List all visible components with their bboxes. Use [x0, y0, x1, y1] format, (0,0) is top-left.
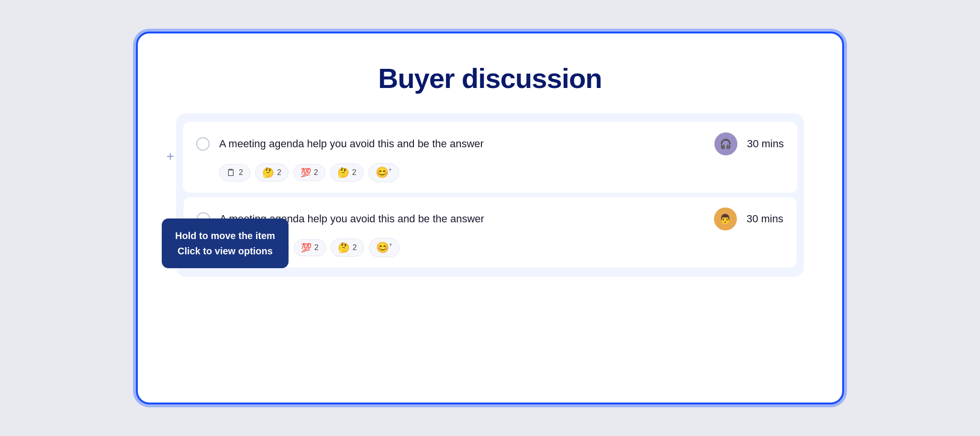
reaction-hundred-1[interactable]: 💯 2 — [293, 164, 325, 181]
add-reaction-icon-1: 😊+ — [376, 166, 392, 179]
reaction-think2-2[interactable]: 🤔 2 — [331, 239, 364, 257]
item-2-reactions: 🗒 2 🤔 2 💯 2 🤔 2 😊+ — [220, 238, 783, 257]
item-1-checkbox[interactable] — [196, 137, 210, 151]
think-emoji-1: 🤔 — [262, 167, 274, 178]
item-2-duration: 30 mins — [746, 213, 783, 225]
page-title: Buyer discussion — [176, 62, 804, 94]
tooltip-line-1: Hold to move the item — [175, 228, 275, 243]
add-item-button[interactable]: + — [162, 148, 179, 165]
copy-emoji-1: 🗒 — [226, 167, 236, 178]
discussion-container: + ↖ ⋔ Hold to move the item Click to vie… — [176, 113, 804, 277]
tooltip-line-2: Click to view options — [175, 243, 275, 259]
add-reaction-2[interactable]: 😊+ — [369, 238, 400, 257]
hundred-emoji-2: 💯 — [301, 242, 312, 253]
reaction-hundred-2[interactable]: 💯 2 — [294, 239, 326, 256]
item-2-text: A meeting agenda help you avoid this and… — [220, 213, 704, 225]
think2-count-1: 2 — [352, 168, 356, 177]
add-reaction-icon-2: 😊+ — [376, 241, 392, 254]
discussion-item-1: A meeting agenda help you avoid this and… — [183, 122, 797, 193]
hundred-emoji-1: 💯 — [301, 167, 311, 178]
think2-count-2: 2 — [353, 243, 357, 252]
reaction-think-1[interactable]: 🤔 2 — [255, 164, 289, 182]
drag-tooltip: Hold to move the item Click to view opti… — [162, 218, 289, 268]
main-frame: Buyer discussion + ↖ ⋔ Hold to move the … — [136, 32, 844, 404]
hundred-count-2: 2 — [314, 243, 319, 252]
item-1-text: A meeting agenda help you avoid this and… — [219, 138, 705, 150]
add-reaction-1[interactable]: 😊+ — [368, 163, 399, 182]
think2-emoji-2: 🤔 — [338, 242, 350, 253]
item-1-avatar: 🎧 — [714, 132, 737, 155]
think2-emoji-1: 🤔 — [337, 167, 349, 178]
item-1-reactions: 🗒 2 🤔 2 💯 2 🤔 2 😊+ — [219, 163, 784, 182]
reaction-think2-1[interactable]: 🤔 2 — [330, 164, 364, 182]
copy-count-1: 2 — [239, 168, 243, 177]
think-count-1: 2 — [277, 168, 281, 177]
item-1-duration: 30 mins — [747, 138, 784, 150]
item-2-avatar: 👨 — [714, 207, 737, 230]
reaction-copy-1[interactable]: 🗒 2 — [219, 164, 250, 182]
hundred-count-1: 2 — [314, 168, 318, 177]
